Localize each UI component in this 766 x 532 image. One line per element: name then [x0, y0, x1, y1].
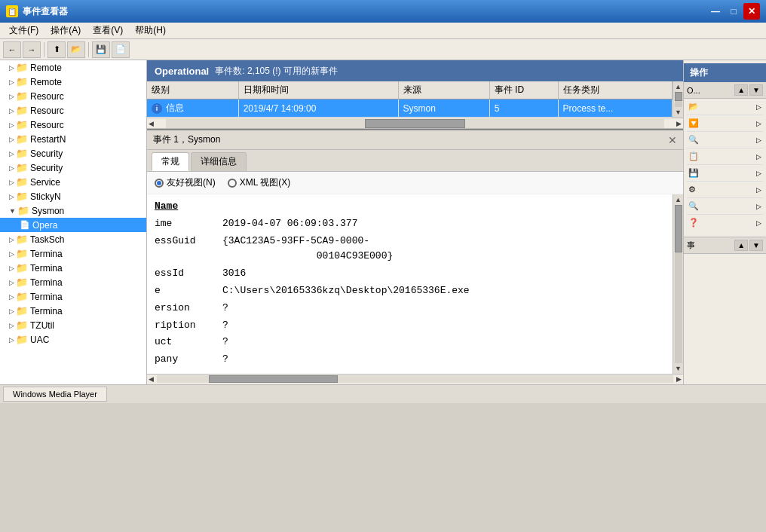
action-nav-up[interactable]: ▲ — [734, 84, 748, 96]
event-detail-header: 事件 1，Sysmon ✕ — [147, 130, 683, 150]
sidebar-item-operational[interactable]: 📄 Opera — [0, 218, 146, 232]
sidebar-item-security2[interactable]: ▷ 📁 Security — [0, 161, 146, 175]
menu-help[interactable]: 帮助(H) — [129, 23, 172, 38]
action-nav-down[interactable]: ▼ — [749, 84, 763, 96]
up-button[interactable]: ⬆ — [47, 41, 66, 58]
folder-icon: 📁 — [17, 205, 29, 216]
field-pany: pany ? — [155, 352, 665, 368]
action-items: 📂 ▷ 🔽 ▷ 🔍 ▷ 📋 ▷ 💾 ▷ — [684, 99, 766, 231]
folder-icon: 📁 — [16, 334, 28, 345]
sidebar-item-uac[interactable]: ▷ 📁 UAC — [0, 332, 146, 347]
save-button[interactable]: 💾 — [92, 41, 110, 58]
expand-icon: ▷ — [9, 336, 14, 344]
scroll-left-button[interactable]: ◀ — [147, 120, 155, 127]
detail-scroll-thumb[interactable] — [675, 205, 682, 252]
scroll-up-button[interactable]: ▲ — [675, 83, 682, 90]
radio-friendly-view[interactable]: 友好视图(N) — [155, 176, 216, 189]
sidebar-item-terminal3[interactable]: ▷ 📁 Termina — [0, 275, 146, 289]
field-label: ription — [155, 318, 222, 334]
expand-icon: ▷ — [9, 107, 14, 115]
scroll-thumb[interactable] — [675, 92, 682, 101]
hscroll-thumb[interactable] — [365, 119, 464, 128]
action-item-save[interactable]: 💾 ▷ — [684, 167, 766, 179]
col-task[interactable]: 任务类别 — [558, 81, 672, 99]
detail-scroll-up[interactable]: ▲ — [675, 196, 682, 203]
table-hscroll[interactable]: ◀ ▶ — [147, 118, 683, 128]
event-list-info: 事件数: 2,105 (!) 可用的新事件 — [215, 65, 338, 78]
cell-id: 5 — [489, 99, 558, 118]
sidebar-item-remote2[interactable]: ▷ 📁 Remote — [0, 75, 146, 89]
sidebar-item-restartn[interactable]: ▷ 📁 RestartN — [0, 132, 146, 146]
scroll-down-button[interactable]: ▼ — [675, 109, 682, 116]
action-item-filter[interactable]: 🔽 ▷ — [684, 117, 766, 130]
sidebar-item-label: Remote — [30, 77, 62, 87]
toolbar-separator-2 — [88, 42, 89, 57]
tab-general[interactable]: 常规 — [152, 152, 189, 171]
event-detail-title: 事件 1，Sysmon — [153, 133, 220, 146]
action-item-find[interactable]: 🔍 ▷ — [684, 200, 766, 212]
event-detail-close-button[interactable]: ✕ — [668, 134, 677, 146]
close-button[interactable]: ✕ — [743, 3, 760, 20]
col-datetime[interactable]: 日期和时间 — [238, 81, 398, 99]
tab-detail[interactable]: 详细信息 — [191, 152, 247, 171]
detail-vscroll[interactable]: ▲ ▼ — [673, 194, 683, 374]
col-level[interactable]: 级别 — [147, 81, 238, 99]
event-nav-down[interactable]: ▼ — [749, 240, 763, 251]
menu-action[interactable]: 操作(A) — [44, 23, 87, 38]
properties-button[interactable]: 📄 — [112, 41, 130, 58]
minimize-button[interactable]: — — [707, 3, 724, 20]
sidebar-item-resource1[interactable]: ▷ 📁 Resourc — [0, 89, 146, 103]
action-item-open[interactable]: 📂 ▷ — [684, 100, 766, 113]
sidebar-item-terminal4[interactable]: ▷ 📁 Termina — [0, 289, 146, 304]
back-button[interactable]: ← — [3, 41, 21, 58]
action-arrow: ▷ — [756, 103, 761, 111]
event-nav-up[interactable]: ▲ — [734, 240, 748, 251]
sidebar-item-remote1[interactable]: ▷ 📁 Remote — [0, 60, 146, 75]
col-eventid[interactable]: 事件 ID — [489, 81, 558, 99]
detail-hscroll-thumb[interactable] — [209, 375, 338, 383]
sidebar-item-tasksch[interactable]: ▷ 📁 TaskSch — [0, 232, 146, 246]
main-layout: ▷ 📁 Remote ▷ 📁 Remote ▷ 📁 Resourc ▷ 📁 Re… — [0, 60, 766, 384]
table-row[interactable]: i 信息 2019/4/7 14:09:00 Sysmon 5 Process … — [147, 99, 673, 118]
info-icon: i — [152, 103, 162, 114]
field-label: Name — [155, 199, 215, 215]
detail-scroll-down[interactable]: ▼ — [675, 365, 682, 372]
table-vscroll[interactable]: ▲ ▼ — [673, 81, 683, 118]
sidebar-item-terminal5[interactable]: ▷ 📁 Termina — [0, 304, 146, 318]
detail-hscroll[interactable]: ◀ ▶ — [147, 374, 683, 384]
sidebar-item-terminal1[interactable]: ▷ 📁 Termina — [0, 246, 146, 261]
col-source[interactable]: 来源 — [398, 81, 489, 99]
menu-file[interactable]: 文件(F) — [3, 23, 44, 38]
sidebar-item-resource3[interactable]: ▷ 📁 Resourc — [0, 118, 146, 132]
sidebar-item-stickyn[interactable]: ▷ 📁 StickyN — [0, 189, 146, 203]
field-label: pany — [155, 352, 222, 368]
forward-button[interactable]: → — [23, 41, 41, 58]
radio-xml-view[interactable]: XML 视图(X) — [228, 176, 291, 189]
maximize-button[interactable]: □ — [725, 3, 742, 20]
expand-icon: ▷ — [9, 179, 14, 186]
scroll-right-button[interactable]: ▶ — [675, 120, 683, 127]
action-item-settings[interactable]: ⚙ ▷ — [684, 183, 766, 196]
event-action-header: 事 ▲ ▼ — [684, 237, 766, 254]
field-label: essGuid — [155, 234, 222, 265]
sidebar-item-sysmon[interactable]: ▼ 📁 Sysmon — [0, 203, 146, 218]
expand-icon: ▷ — [9, 150, 14, 157]
search-icon: 🔍 — [688, 135, 699, 145]
open-button[interactable]: 📂 — [67, 41, 85, 58]
action-item-help[interactable]: ❓ ▷ — [684, 216, 766, 229]
action-item-search[interactable]: 🔍 ▷ — [684, 133, 766, 146]
field-value: ? — [222, 335, 228, 350]
menu-view[interactable]: 查看(V) — [87, 23, 129, 38]
folder-icon: 📁 — [16, 162, 28, 173]
status-tab-wmp[interactable]: Windows Media Player — [3, 387, 107, 402]
sidebar-item-terminal2[interactable]: ▷ 📁 Termina — [0, 261, 146, 275]
sidebar-item-security1[interactable]: ▷ 📁 Security — [0, 146, 146, 161]
sidebar-item-service[interactable]: ▷ 📁 Service — [0, 175, 146, 189]
detail-hscroll-left[interactable]: ◀ — [147, 375, 155, 383]
sidebar-item-resource2[interactable]: ▷ 📁 Resourc — [0, 103, 146, 118]
sidebar-item-label: Termina — [30, 292, 63, 302]
action-item-copy[interactable]: 📋 ▷ — [684, 150, 766, 163]
sidebar-item-tzutil[interactable]: ▷ 📁 TZUtil — [0, 318, 146, 332]
folder-icon: 📁 — [16, 305, 28, 316]
detail-hscroll-right[interactable]: ▶ — [675, 375, 683, 383]
